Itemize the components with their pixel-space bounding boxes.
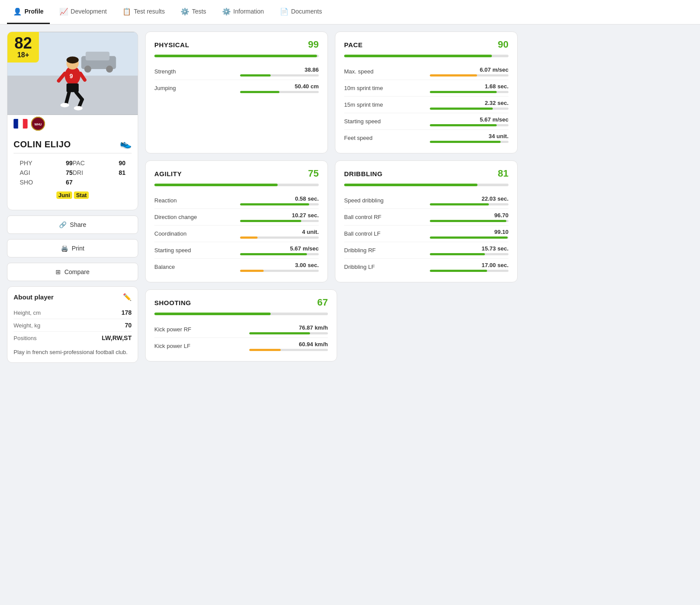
nav-profile[interactable]: 👤 Profile xyxy=(7,0,50,24)
compare-button[interactable]: ⊞ Compare xyxy=(7,263,138,281)
shooting-bar xyxy=(154,313,328,315)
agility-header: AGILITY 75 xyxy=(154,168,319,179)
profile-icon: 👤 xyxy=(13,7,22,16)
nav-test-results[interactable]: 📋 Test results xyxy=(116,0,171,24)
boot-icon: 👟 xyxy=(120,138,132,150)
card-top: 82 18+ xyxy=(7,32,138,115)
about-header: About player ✏️ xyxy=(14,293,132,301)
information-icon: ⚙️ xyxy=(222,7,231,16)
svg-text:9: 9 xyxy=(70,73,73,80)
metric-row: Feet speed34 unit. xyxy=(344,130,508,146)
club-badge: WHU xyxy=(31,117,45,131)
shooting-spacer xyxy=(344,289,518,362)
compare-icon: ⊞ xyxy=(56,268,61,275)
metric-row: Coordination4 unit. xyxy=(154,226,319,242)
metric-row: 10m sprint time1.68 sec. xyxy=(344,80,508,97)
pace-header: PACE 90 xyxy=(344,39,508,50)
nav-information[interactable]: ⚙️ Information xyxy=(216,0,270,24)
france-flag xyxy=(14,119,28,129)
svg-rect-21 xyxy=(23,119,28,129)
dribbling-metrics: Speed dribbling22.03 sec.Ball control RF… xyxy=(344,192,508,275)
metric-row: Dribbling RF15.73 sec. xyxy=(344,242,508,259)
physical-metrics: Strength38.86Jumping50.40 cm xyxy=(154,63,319,96)
nav-documents[interactable]: 📄 Documents xyxy=(274,0,328,24)
stat-pac: PAC 90 xyxy=(73,159,125,167)
svg-text:WHU: WHU xyxy=(35,123,42,126)
stat-agi: AGI 75 xyxy=(20,168,73,177)
player-stats-grid: PHY 99 PAC 90 AGI 75 DRI 81 xyxy=(14,157,132,188)
svg-point-10 xyxy=(66,56,79,63)
metric-row: Ball control RF96.70 xyxy=(344,209,508,226)
junistat-label: Juni Stat xyxy=(14,188,132,204)
metric-row: Kick power LF60.94 km/h xyxy=(154,338,328,354)
metric-row: Direction change10.27 sec. xyxy=(154,209,319,226)
documents-icon: 📄 xyxy=(280,7,289,16)
metric-row: Jumping50.40 cm xyxy=(154,80,319,96)
left-column: 82 18+ xyxy=(7,31,138,363)
agility-panel: AGILITY 75 Reaction0.58 sec.Direction ch… xyxy=(145,160,328,282)
main-content: 82 18+ xyxy=(0,24,525,370)
junistat-highlight: Stat xyxy=(74,191,89,199)
physical-bar xyxy=(154,55,319,57)
positions-value: LW,RW,ST xyxy=(102,334,132,341)
about-height-row: Height, cm 178 xyxy=(14,306,132,319)
about-weight-row: Weight, kg 70 xyxy=(14,319,132,332)
svg-point-17 xyxy=(60,103,69,108)
metric-row: Starting speed5.67 m/sec xyxy=(154,242,319,259)
pace-panel: PACE 90 Max. speed6.07 m/sec10m sprint t… xyxy=(335,31,518,153)
height-label: Height, cm xyxy=(14,309,41,316)
svg-rect-20 xyxy=(18,119,23,129)
player-card: 82 18+ xyxy=(7,31,138,210)
weight-value: 70 xyxy=(125,322,132,329)
print-icon: 🖨️ xyxy=(61,245,68,252)
card-bottom: COLIN ELIJO 👟 PHY 99 PAC 90 AGI 75 xyxy=(7,132,138,210)
physical-header: PHYSICAL 99 xyxy=(154,39,319,50)
development-icon: 📈 xyxy=(59,7,68,16)
metric-row: Balance3.00 sec. xyxy=(154,259,319,275)
metric-row: Ball control LF99.10 xyxy=(344,226,508,242)
stat-sho: SHO 67 xyxy=(20,178,73,187)
row-agility-dribbling: AGILITY 75 Reaction0.58 sec.Direction ch… xyxy=(145,160,518,282)
right-column: PHYSICAL 99 Strength38.86Jumping50.40 cm… xyxy=(145,31,518,363)
svg-point-6 xyxy=(106,66,113,73)
nav-development[interactable]: 📈 Development xyxy=(53,0,113,24)
share-button[interactable]: 🔗 Share xyxy=(7,216,138,234)
shooting-metrics: Kick power RF76.87 km/hKick power LF60.9… xyxy=(154,321,328,354)
about-player-card: About player ✏️ Height, cm 178 Weight, k… xyxy=(7,286,138,363)
test-results-icon: 📋 xyxy=(122,7,131,16)
overall-score: 82 xyxy=(7,35,39,51)
metric-row: Reaction0.58 sec. xyxy=(154,192,319,209)
metric-row: Max. speed6.07 m/sec xyxy=(344,63,508,80)
stat-phy: PHY 99 xyxy=(20,159,73,167)
row-shooting: SHOOTING 67 Kick power RF76.87 km/hKick … xyxy=(145,289,518,362)
about-positions-row: Positions LW,RW,ST xyxy=(14,332,132,344)
metric-row: 15m sprint time2.32 sec. xyxy=(344,97,508,113)
print-button[interactable]: 🖨️ Print xyxy=(7,239,138,257)
metric-row: Kick power RF76.87 km/h xyxy=(154,321,328,338)
about-description: Play in french semi-professional footbal… xyxy=(14,348,132,356)
agility-metrics: Reaction0.58 sec.Direction change10.27 s… xyxy=(154,192,319,275)
player-score-badge: 82 18+ xyxy=(7,32,39,63)
metric-row: Speed dribbling22.03 sec. xyxy=(344,192,508,209)
dribbling-bar xyxy=(344,184,508,186)
svg-rect-19 xyxy=(14,119,18,129)
shooting-panel: SHOOTING 67 Kick power RF76.87 km/hKick … xyxy=(145,289,337,362)
pace-bar xyxy=(344,55,508,57)
share-icon: 🔗 xyxy=(59,221,66,228)
card-divider xyxy=(14,153,132,153)
edit-icon[interactable]: ✏️ xyxy=(123,293,132,301)
physical-panel: PHYSICAL 99 Strength38.86Jumping50.40 cm xyxy=(145,31,328,153)
svg-rect-4 xyxy=(86,52,110,60)
pace-metrics: Max. speed6.07 m/sec10m sprint time1.68 … xyxy=(344,63,508,146)
tests-icon: ⚙️ xyxy=(181,7,189,16)
metric-row: Dribbling LF17.00 sec. xyxy=(344,259,508,275)
metric-row: Strength38.86 xyxy=(154,63,319,80)
row-physical-pace: PHYSICAL 99 Strength38.86Jumping50.40 cm… xyxy=(145,31,518,153)
shooting-header: SHOOTING 67 xyxy=(154,297,328,308)
svg-point-18 xyxy=(74,106,83,111)
metric-row: Starting speed5.67 m/sec xyxy=(344,113,508,130)
top-nav: 👤 Profile 📈 Development 📋 Test results ⚙… xyxy=(0,0,700,24)
nav-tests[interactable]: ⚙️ Tests xyxy=(174,0,212,24)
height-value: 178 xyxy=(122,309,132,316)
dribbling-panel: DRIBBLING 81 Speed dribbling22.03 sec.Ba… xyxy=(335,160,518,282)
